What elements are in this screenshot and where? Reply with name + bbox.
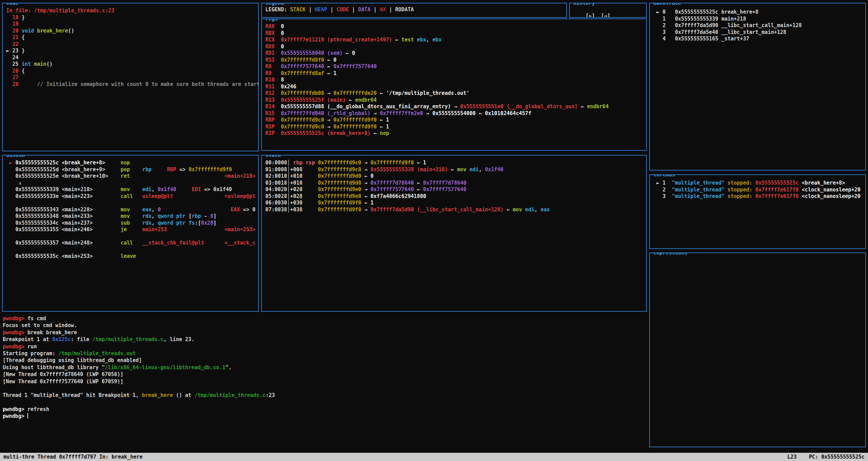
threads-list: ► 1 "multiple_thread" stopped: 0x5555555… [653, 180, 864, 200]
history-panel: history [←] [→] [569, 3, 647, 18]
text-line: 20 void break_here() [6, 28, 257, 35]
text-line: RDI 0x555555558040 (sem) ← 0 [265, 50, 645, 57]
code-panel: code In file: /tmp/multiple_threads.c:23… [2, 3, 259, 151]
text-line: RIP 0x55555555525c (break_here+8) ← nop [265, 130, 645, 137]
threads-panel-title: threads [652, 174, 676, 178]
text-line: 1 0x555555555339 main+218 [653, 16, 864, 23]
text-line: 18 } [6, 14, 257, 21]
text-line: 2 "multiple_thread" stopped: 0x7ffff7e61… [653, 187, 864, 194]
backtrace-panel: backtrace ► 0 0x55555555525c break_here+… [649, 3, 866, 171]
text-line: 0x55555555535c <main+253> leave [6, 253, 257, 260]
registers-list: RAX 0RBX 0RCX 0x7ffff7e11219 (pthread_cr… [265, 23, 645, 137]
text-line: ► 1 "multiple_thread" stopped: 0x5555555… [653, 180, 864, 187]
text-line: 25 int main() [6, 61, 257, 68]
text-line: 3 0x7ffff7da5e40 __libc_start_main+128 [653, 29, 864, 36]
text-line: [New Thread 0x7ffff7d78640 (LWP 67058)] [3, 371, 646, 378]
text-line: R10 8 [265, 77, 645, 84]
text-line: 02:0010│+010 0x7fffffffd9d0 ← 0 [265, 173, 645, 180]
text-line: R14 0x555555557d88 (__do_global_dtors_au… [265, 103, 645, 110]
text-line: [New Thread 0x7ffff7577640 (LWP 67059)] [3, 378, 646, 385]
text-line: 27 [6, 74, 257, 81]
status-pc-indicator: PC: 0x55555555525c [809, 454, 865, 460]
backtrace-panel-title: backtrace [652, 3, 682, 7]
text-line: ↓ [6, 180, 257, 187]
text-line: 4 0x555555555165 _start+37 [653, 36, 864, 42]
disassembly-panel-title: disasm [5, 155, 26, 159]
history-back-button[interactable]: [←] [586, 13, 595, 18]
text-line: R8 0x7ffff7577640 ← 0x7ffff7577640 [265, 63, 645, 70]
status-left-text: multi-thre Thread 0x7ffff7d797 In: break… [3, 454, 142, 460]
text-line: RSP 0x7fffffffd9c0 → 0x7fffffffd9f0 ← 1 [265, 124, 645, 130]
text-line [6, 247, 257, 253]
terminal-input-line[interactable]: pwndbg> [3, 413, 646, 420]
text-line: ► 0 0x55555555525c break_here+8 [653, 9, 864, 16]
text-line: 3 "multiple_thread" stopped: 0x7ffff7e61… [653, 193, 864, 200]
text-line: 06:0030│+030 0x7fffffffd9f0 ← 1 [265, 200, 645, 207]
text-line [3, 399, 646, 406]
terminal[interactable]: pwndbg> fs cmdFocus set to cmd window.pw… [3, 315, 646, 451]
terminal-prompt: pwndbg> [3, 413, 27, 419]
text-line: pwndbg> run [3, 343, 646, 350]
text-line: In file: /tmp/multiple_threads.c:23 [6, 8, 257, 14]
expressions-panel: expressions [649, 252, 866, 447]
status-line-indicator: L23 [787, 454, 796, 460]
history-forward-button[interactable]: [→] [601, 13, 610, 18]
text-line: R15 0x7ffff7ffd040 (_rtld_global) → 0x7f… [265, 110, 645, 117]
history-button-gap [595, 13, 601, 18]
text-line: pwndbg> refresh [3, 406, 646, 413]
pwndbg-debugger-screen: { "panels": { "code": { "title": "code",… [0, 0, 868, 461]
text-line: [Thread debugging using libthread_db ena… [3, 357, 646, 364]
text-line: 28 // Initialize semaphore with count 0 … [6, 81, 257, 88]
text-line: 0x555555555343 <main+228> mov eax, 0EAX … [6, 207, 257, 213]
text-line: 22 [6, 41, 257, 48]
history-controls: [←] [→] [573, 7, 645, 18]
text-line: 00:0000│ rbp rsp 0x7fffffffd9c0 → 0x7fff… [265, 160, 645, 166]
text-line: 24 [6, 54, 257, 61]
text-line [6, 200, 257, 207]
text-line: Thread 1 "multiple_thread" hit Breakpoin… [3, 392, 646, 399]
text-line: LEGEND: STACK | HEAP | CODE | DATA | WX … [265, 7, 565, 13]
code-source-listing: In file: /tmp/multiple_threads.c:23 18 }… [6, 8, 257, 88]
text-line: ► 0x55555555525c <break_here+8> nop [6, 160, 257, 166]
text-line: Starting program: /tmp/multiple_threads.… [3, 350, 646, 357]
text-line [6, 233, 257, 240]
stack-panel-title: stack [264, 155, 282, 159]
text-line: 07:0038│+038 0x7fffffffd9f8 → 0x7ffff7da… [265, 207, 645, 213]
text-line: pwndbg> fs cmd [3, 315, 646, 322]
stack-panel: stack 00:0000│ rbp rsp 0x7fffffffd9c0 → … [261, 155, 647, 312]
legend-panel: legend LEGEND: STACK | HEAP | CODE | DAT… [261, 3, 567, 18]
text-line: RSI 0x7fffffffd8f0 ← 0 [265, 57, 645, 64]
text-line: Focus set to cmd window. [3, 322, 646, 329]
text-line: RBP 0x7fffffffd9c0 → 0x7fffffffd9f0 ← 1 [265, 117, 645, 124]
text-line: 19 [6, 21, 257, 28]
text-line: 0x555555555355 <main+246> je main+253<ma… [6, 226, 257, 233]
disassembly-listing: ► 0x55555555525c <break_here+8> nop 0x55… [6, 160, 257, 260]
text-line: 04:0020│+020 0x7fffffffd9e0 → 0x7ffff757… [265, 186, 645, 193]
text-line: 0x55555555533e <main+223> call usleep@pl… [6, 193, 257, 200]
backtrace-frames: ► 0 0x55555555525c break_here+8 1 0x5555… [653, 9, 864, 42]
status-bar: multi-thre Thread 0x7ffff7d797 In: break… [0, 453, 868, 461]
text-line: RBX 0 [265, 30, 645, 37]
text-line: 0x555555555339 <main+218> mov edi, 0x1f4… [6, 186, 257, 193]
terminal-scrollback: pwndbg> fs cmdFocus set to cmd window.pw… [3, 315, 646, 413]
text-line: R11 0x246 [265, 84, 645, 90]
text-line: R12 0x7fffffffdb08 → 0x7fffffffde20 ← '/… [265, 90, 645, 97]
registers-panel: regs RAX 0RBX 0RCX 0x7ffff7e11219 (pthre… [261, 18, 647, 151]
text-line: ► 23 } [6, 48, 257, 54]
text-line: R13 0x55555555525f (main) ← endbr64 [265, 97, 645, 104]
text-line [3, 385, 646, 392]
text-line: 01:0008│+008 0x7fffffffd9c8 → 0x55555555… [265, 166, 645, 173]
text-line: 03:0018│+018 0x7fffffffd9d8 → 0x7ffff7d7… [265, 180, 645, 187]
text-line: RDX 0 [265, 43, 645, 50]
text-line: RAX 0 [265, 23, 645, 30]
text-line: pwndbg> break break_here [3, 329, 646, 336]
legend-content: LEGEND: STACK | HEAP | CODE | DATA | WX … [265, 7, 565, 13]
text-line: 0x555555555357 <main+248> call __stack_c… [6, 240, 257, 247]
text-line: Using host libthread_db library "/lib/x8… [3, 364, 646, 371]
terminal-cursor[interactable] [27, 413, 28, 419]
text-line: 0x55555555525d <break_here+9> pop rbp RB… [6, 166, 257, 173]
text-line: 0x55555555534c <main+237> sub rdx, qword… [6, 220, 257, 227]
disassembly-panel: disasm ► 0x55555555525c <break_here+8> n… [2, 155, 259, 312]
threads-panel: threads ► 1 "multiple_thread" stopped: 0… [649, 174, 866, 249]
expressions-panel-title: expressions [652, 252, 688, 257]
